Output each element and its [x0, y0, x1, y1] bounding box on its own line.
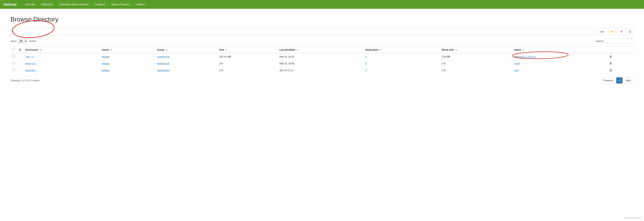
th-replication[interactable]: Replication ⇅ [363, 47, 440, 53]
th-sort[interactable]: ⇅ [17, 47, 23, 53]
td-owner-2: atguigu [100, 67, 155, 74]
th-size[interactable]: Size ⇅ [217, 47, 277, 53]
file-link-0[interactable]: hadoop-3.1.3.tar.gz [514, 55, 536, 58]
annotation-circle-path [10, 18, 56, 39]
td-permission-1: drwxr-xr-x [23, 60, 100, 67]
previous-button[interactable]: Previous [601, 77, 616, 84]
group-link-0[interactable]: supergroup [157, 55, 170, 58]
next-button[interactable]: Next [623, 77, 634, 84]
path-row: Go! 📁 ⬆ ☰ [10, 28, 634, 35]
td-sort-0 [17, 53, 23, 60]
owner-link-0[interactable]: atguigu [102, 55, 110, 58]
nav-item-overview[interactable]: Overview [22, 0, 38, 8]
showing-text: Showing 1 to 3 of 3 entries [10, 79, 40, 82]
td-group-1: supergroup [155, 60, 217, 67]
delete-button-2[interactable]: 🗑 [610, 69, 612, 72]
td-last-modified-2: Apr 29 21:13 [277, 67, 363, 74]
list-button[interactable]: ☰ [626, 28, 634, 35]
td-name-0: hadoop-3.1.3.tar.gz [512, 53, 607, 60]
go-button[interactable]: Go! [597, 28, 607, 35]
replication-link-0[interactable]: 3 [365, 55, 367, 58]
folder-icon: 📁 [610, 30, 614, 34]
replication-link-2[interactable]: 0 [365, 69, 367, 72]
row-checkbox-2[interactable] [12, 69, 15, 71]
permission-link-2[interactable]: drwxrwx--- [25, 69, 37, 72]
entries-select[interactable]: 10 25 50 100 [18, 38, 28, 44]
table-header-row: ⇅ Permission ⇅ Owner ⇅ Group ⇅ [10, 47, 634, 53]
upload-icon: ⬆ [620, 30, 622, 34]
td-trash-2: 🗑 [607, 67, 634, 74]
td-last-modified-1: May 01 16:09 [277, 60, 363, 67]
page-title: Browse Directory [10, 16, 634, 23]
replication-sort-icon: ⇅ [380, 49, 382, 51]
main-content: Browse Directory Go! 📁 ⬆ ☰ Show 10 25 50… [0, 9, 644, 91]
nav-item-datanode-volume-failures[interactable]: Datanode Volume Failures [56, 0, 92, 8]
th-actions [607, 47, 634, 53]
th-permission[interactable]: Permission ⇅ [23, 47, 100, 53]
navbar: Hadoop Overview Datanodes Datanode Volum… [0, 0, 644, 9]
svg-point-0 [12, 19, 55, 39]
permission-link-1[interactable]: drwxr-xr-x [25, 62, 36, 65]
row-checkbox-1[interactable] [12, 62, 15, 64]
entries-label: entries [29, 40, 36, 42]
file-link-1[interactable]: input [514, 62, 520, 65]
table-row: drwxr-xr-x atguigu supergroup 0 B May 01… [10, 60, 634, 67]
search-input[interactable] [606, 38, 634, 44]
nav-item-snapshot[interactable]: Snapshot [92, 0, 108, 8]
replication-link-1[interactable]: 0 [365, 62, 367, 65]
group-sort-icon: ⇅ [166, 49, 167, 51]
directory-table: ⇅ Permission ⇅ Owner ⇅ Group ⇅ [10, 46, 634, 74]
td-checkbox-0 [10, 53, 17, 60]
th-block-size[interactable]: Block Size ⇅ [440, 47, 512, 53]
td-group-0: supergroup [155, 53, 217, 60]
upload-button[interactable]: ⬆ [618, 28, 625, 35]
th-group[interactable]: Group ⇅ [155, 47, 217, 53]
select-all-checkbox[interactable] [12, 48, 15, 51]
permission-link-0[interactable]: -rw-r--r-- [25, 55, 34, 58]
td-name-1: input [512, 60, 607, 67]
row-checkbox-0[interactable] [12, 55, 15, 58]
block-size-sort-icon: ⇅ [456, 49, 457, 51]
list-icon: ☰ [628, 30, 631, 34]
group-link-1[interactable]: supergroup [157, 62, 170, 65]
size-sort-icon: ⇅ [226, 49, 227, 51]
sort-icon: ⇅ [19, 48, 21, 51]
table-wrapper: ⇅ Permission ⇅ Owner ⇅ Group ⇅ [10, 46, 634, 74]
th-owner[interactable]: Owner ⇅ [100, 47, 155, 53]
nav-item-utilities[interactable]: Utilities ▾ [133, 0, 148, 8]
td-size-1: 0 B [217, 60, 277, 67]
owner-link-1[interactable]: atguigu [102, 62, 110, 65]
td-permission-0: -rw-r--r-- [23, 53, 100, 60]
delete-button-1[interactable]: 🗑 [610, 62, 612, 65]
search-label: Search: [596, 40, 604, 42]
td-name-2: tmp [512, 67, 607, 74]
path-input[interactable] [10, 28, 596, 35]
td-trash-1: 🗑 [607, 60, 634, 67]
last-modified-sort-icon: ⇅ [297, 49, 298, 51]
nav-item-datanodes[interactable]: Datanodes [38, 0, 56, 8]
td-replication-0: 3 [363, 53, 440, 60]
show-label: Show [10, 40, 16, 42]
td-trash-0: 🗑 [607, 53, 634, 60]
folder-button[interactable]: 📁 [609, 28, 616, 35]
th-last-modified[interactable]: Last Modified ⇅ [277, 47, 363, 53]
owner-link-2[interactable]: atguigu [102, 69, 110, 72]
file-link-2[interactable]: tmp [514, 69, 518, 72]
brand[interactable]: Hadoop [4, 2, 16, 6]
td-sort-1 [17, 60, 23, 67]
table-body: -rw-r--r-- atguigu supergroup 322.41 MB … [10, 53, 634, 74]
delete-button-0[interactable]: 🗑 [610, 55, 612, 58]
td-block-size-2: 0 B [440, 67, 512, 74]
td-size-2: 0 B [217, 67, 277, 74]
td-owner-0: atguigu [100, 53, 155, 60]
page-1-button[interactable]: 1 [616, 77, 622, 84]
td-replication-1: 0 [363, 60, 440, 67]
name-sort-icon: ⇅ [522, 49, 524, 51]
group-link-2[interactable]: supergroup [157, 69, 170, 72]
th-name[interactable]: Name ⇅ [512, 47, 607, 53]
td-group-2: supergroup [155, 67, 217, 74]
pagination: Previous 1 Next [601, 77, 634, 84]
td-replication-2: 0 [363, 67, 440, 74]
utilities-dropdown-arrow: ▾ [144, 4, 146, 6]
nav-item-startup-progress[interactable]: Startup Progress [108, 0, 133, 8]
